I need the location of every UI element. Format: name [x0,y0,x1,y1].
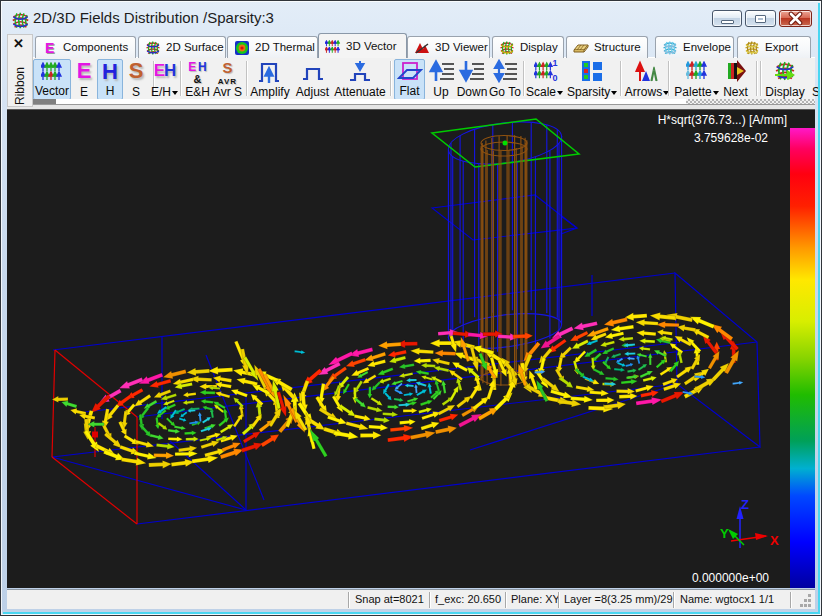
svg-text:Z: Z [741,497,749,512]
svg-text:E: E [45,40,54,56]
svg-text:H*sqrt(376.73...) [A/mm]: H*sqrt(376.73...) [A/mm] [658,113,787,127]
svg-text:X: X [770,533,779,548]
svg-text:0.000000e+00: 0.000000e+00 [692,571,769,585]
svg-text:3.759628e-02: 3.759628e-02 [694,131,768,145]
svg-text:Y: Y [720,526,729,541]
